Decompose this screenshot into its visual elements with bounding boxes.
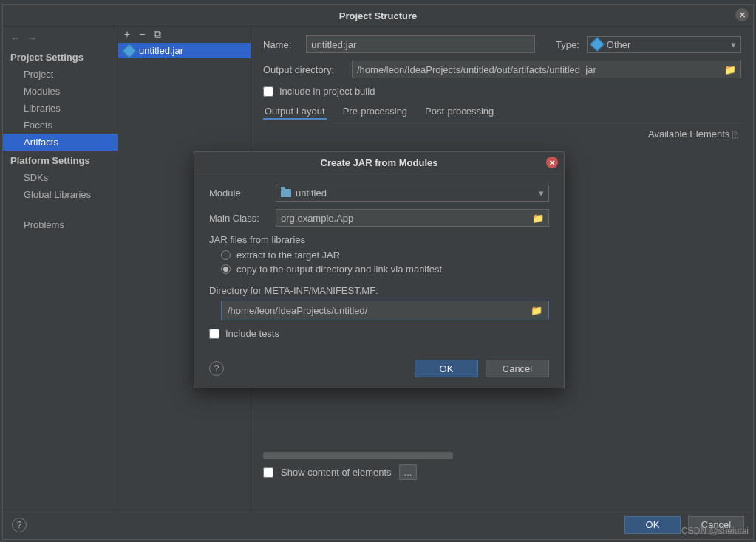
chevron-down-icon: ▾	[731, 39, 736, 50]
remove-icon[interactable]: −	[139, 28, 145, 41]
main-class-label: Main Class:	[209, 213, 268, 224]
modal-cancel-button[interactable]: Cancel	[486, 360, 549, 377]
browse-icon[interactable]: 📁	[724, 64, 736, 75]
sidebar-item-modules[interactable]: Modules	[3, 83, 118, 100]
sidebar-item-problems[interactable]: Problems	[3, 216, 118, 233]
sidebar-item-project[interactable]: Project	[3, 66, 118, 83]
tab-pre-processing[interactable]: Pre-processing	[341, 104, 409, 120]
module-dropdown[interactable]: untitled ▾	[276, 185, 549, 202]
footer: ? OK Cancel	[3, 510, 753, 539]
outdir-value: /home/leon/IdeaProjects/untitled/out/art…	[357, 64, 596, 75]
type-dropdown[interactable]: Other ▾	[587, 36, 741, 53]
browse-icon[interactable]: 📁	[531, 305, 542, 316]
add-icon[interactable]: +	[124, 28, 130, 41]
include-tests-label: Include tests	[225, 328, 279, 339]
type-icon	[590, 37, 605, 52]
artifact-icon	[122, 44, 137, 58]
help-icon[interactable]: ?	[12, 518, 27, 532]
main-class-input[interactable]: org.example.App 📁	[276, 209, 549, 227]
ellipsis-button[interactable]: ...	[399, 464, 418, 480]
sidebar-section-project: Project Settings	[3, 47, 118, 66]
include-build-label: Include in project build	[279, 86, 375, 97]
dir-value: /home/leon/IdeaProjects/untitled/	[228, 305, 367, 316]
folder-icon	[281, 189, 291, 197]
type-value: Other	[607, 39, 631, 50]
jar-files-label: JAR files from libraries	[209, 234, 549, 245]
outdir-input[interactable]: /home/leon/IdeaProjects/untitled/out/art…	[352, 61, 741, 78]
main-class-value: org.example.App	[281, 213, 353, 224]
show-content-checkbox[interactable]	[263, 467, 273, 478]
artifact-entry[interactable]: untitled:jar	[118, 43, 251, 58]
browse-icon[interactable]: 📁	[532, 213, 544, 224]
ok-button[interactable]: OK	[624, 516, 681, 534]
modal-title: Create JAR from Modules	[321, 157, 438, 168]
sidebar-item-sdks[interactable]: SDKs	[3, 169, 118, 186]
artifact-entry-label: untitled:jar	[139, 45, 183, 56]
type-label: Type:	[556, 39, 579, 50]
radio-copy-label: copy to the output directory and link vi…	[236, 264, 442, 275]
sidebar: ← → Project Settings Project Modules Lib…	[3, 27, 118, 510]
modal-ok-button[interactable]: OK	[415, 360, 478, 377]
window-title: Project Structure	[339, 10, 417, 21]
radio-extract-row[interactable]: extract to the target JAR	[221, 250, 549, 261]
include-tests-checkbox[interactable]	[209, 329, 219, 339]
available-elements-label: Available Elements ⍰	[648, 128, 738, 140]
module-value: untitled	[296, 188, 327, 199]
name-input[interactable]	[306, 35, 535, 53]
tabs: Output Layout Pre-processing Post-proces…	[263, 104, 741, 123]
radio-copy[interactable]	[221, 264, 231, 274]
chevron-down-icon: ▾	[539, 188, 544, 199]
help-small-icon[interactable]: ⍰	[729, 128, 738, 140]
close-icon[interactable]: ✕	[735, 8, 749, 21]
dir-input[interactable]: /home/leon/IdeaProjects/untitled/ 📁	[221, 301, 549, 320]
sidebar-item-global-libraries[interactable]: Global Libraries	[3, 186, 118, 203]
horizontal-scrollbar[interactable]	[263, 452, 738, 459]
modal-close-icon[interactable]: ✕	[546, 157, 558, 168]
include-build-checkbox[interactable]	[263, 86, 273, 97]
scrollbar-thumb[interactable]	[263, 452, 453, 459]
radio-extract-label: extract to the target JAR	[236, 250, 340, 261]
copy-icon[interactable]: ⧉	[154, 28, 161, 41]
module-label: Module:	[209, 188, 268, 199]
sidebar-item-facets[interactable]: Facets	[3, 117, 118, 134]
nav-arrows[interactable]: ← →	[3, 30, 118, 47]
radio-extract[interactable]	[221, 250, 231, 260]
show-content-label: Show content of elements	[281, 467, 392, 478]
tab-post-processing[interactable]: Post-processing	[423, 104, 495, 120]
modal-help-icon[interactable]: ?	[209, 361, 224, 376]
sidebar-section-platform: Platform Settings	[3, 151, 118, 169]
sidebar-item-artifacts[interactable]: Artifacts	[3, 134, 118, 151]
name-label: Name:	[263, 39, 299, 50]
dir-label: Directory for META-INF/MANIFEST.MF:	[209, 285, 549, 296]
radio-copy-row[interactable]: copy to the output directory and link vi…	[221, 264, 549, 275]
outdir-label: Output directory:	[263, 64, 344, 75]
sidebar-item-libraries[interactable]: Libraries	[3, 100, 118, 117]
create-jar-modal: Create JAR from Modules ✕ Module: untitl…	[194, 151, 565, 388]
tab-output-layout[interactable]: Output Layout	[263, 104, 327, 120]
cancel-button[interactable]: Cancel	[688, 516, 744, 534]
